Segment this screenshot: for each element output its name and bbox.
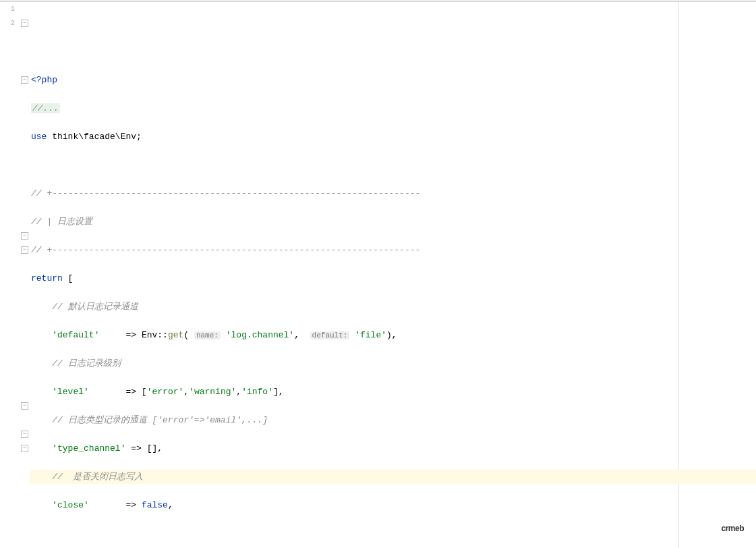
line-number[interactable] (0, 300, 15, 314)
line-number[interactable] (0, 314, 15, 328)
line-number[interactable] (0, 87, 15, 101)
line-number[interactable] (0, 342, 15, 356)
code-area[interactable]: <?php //... use think\facade\Env; // +--… (30, 2, 756, 548)
fold-toggle-icon[interactable]: − (21, 445, 28, 452)
code-line[interactable]: //... (31, 101, 756, 115)
code-line[interactable]: // 默认日志记录通道 (31, 300, 756, 314)
line-number[interactable] (0, 73, 15, 87)
line-number[interactable]: 1 (0, 2, 15, 16)
code-line[interactable]: 'default' => Env::get( name: 'log.channe… (31, 328, 756, 342)
class-ref: Env (121, 132, 136, 142)
line-number[interactable] (0, 130, 15, 144)
comment: // +------------------------------------… (31, 188, 420, 198)
code-line[interactable]: // +------------------------------------… (31, 186, 756, 200)
namespace: think\facade\ (52, 132, 120, 142)
code-line[interactable] (31, 526, 756, 541)
fold-toggle-icon[interactable]: − (21, 431, 28, 438)
line-number[interactable] (0, 385, 15, 399)
php-open-tag: <?php (31, 75, 57, 85)
fold-gutter[interactable]: −−−−−−− (20, 2, 30, 548)
array-key: 'level' (52, 387, 89, 397)
code-line[interactable]: 'close' => false, (31, 498, 756, 512)
line-number[interactable] (0, 328, 15, 342)
line-number[interactable] (0, 45, 15, 59)
keyword-use: use (31, 132, 52, 142)
code-line[interactable]: use think\facade\Env; (31, 130, 756, 144)
comment: // 日志记录级别 (52, 358, 120, 368)
code-line[interactable]: // | 日志设置 (31, 215, 756, 229)
line-number[interactable] (0, 413, 15, 427)
fold-toggle-icon[interactable]: − (21, 76, 28, 84)
code-line[interactable]: // 是否关闭日志写入 (31, 470, 756, 484)
code-line[interactable]: 'level' => ['error','warning','info'], (31, 385, 756, 399)
fold-toggle-icon[interactable]: − (21, 402, 28, 410)
fold-toggle-icon[interactable]: − (21, 246, 28, 254)
line-number[interactable] (0, 441, 15, 456)
keyword-return: return (31, 273, 68, 283)
array-key: 'default' (52, 330, 99, 340)
line-number[interactable] (0, 229, 15, 243)
line-number[interactable] (0, 215, 15, 229)
line-number[interactable] (0, 257, 15, 271)
param-hint: name: (194, 331, 221, 339)
line-number[interactable] (0, 59, 15, 73)
line-number[interactable] (0, 456, 15, 470)
line-number[interactable] (0, 30, 15, 45)
fold-toggle-icon[interactable]: − (21, 232, 28, 240)
comment: // 日志类型记录的通道 ['error'=>'email',...] (52, 415, 268, 425)
array-key: 'type_channel' (52, 443, 125, 454)
fold-toggle-icon[interactable]: − (21, 20, 28, 27)
code-line[interactable]: // 日志记录级别 (31, 356, 756, 371)
line-number[interactable] (0, 186, 15, 200)
code-line[interactable]: 'type_channel' => [], (31, 441, 756, 456)
param-hint: default: (310, 331, 350, 339)
comment: // | 日志设置 (31, 217, 92, 227)
code-content[interactable]: <?php //... use think\facade\Env; // +--… (31, 59, 756, 548)
code-line[interactable]: // +------------------------------------… (31, 243, 756, 257)
line-number[interactable] (0, 371, 15, 385)
line-number[interactable] (0, 101, 15, 115)
line-number[interactable] (0, 285, 15, 300)
array-key: 'close' (52, 500, 89, 510)
line-number[interactable] (0, 399, 15, 413)
line-number[interactable] (0, 243, 15, 257)
line-number-gutter[interactable]: 1 2 (0, 2, 20, 548)
folded-region[interactable]: //... (31, 103, 60, 113)
code-editor[interactable]: 1 2 −−−−−−− <?ph (0, 2, 756, 548)
line-number[interactable]: 2 (0, 16, 15, 30)
comment: // 是否关闭日志写入 (52, 472, 143, 482)
comment: // 默认日志记录通道 (52, 302, 138, 312)
line-number[interactable] (0, 158, 15, 172)
line-number[interactable] (0, 356, 15, 371)
code-line[interactable] (31, 158, 756, 172)
comment: // +------------------------------------… (31, 245, 420, 255)
line-number[interactable] (0, 271, 15, 285)
code-line[interactable]: <?php (31, 73, 756, 87)
line-number[interactable] (0, 200, 15, 215)
line-number[interactable] (0, 172, 15, 186)
line-number[interactable] (0, 144, 15, 158)
line-number[interactable] (0, 115, 15, 130)
code-line[interactable]: // 日志类型记录的通道 ['error'=>'email',...] (31, 413, 756, 427)
code-line[interactable]: return [ (31, 271, 756, 285)
line-number[interactable] (0, 427, 15, 441)
